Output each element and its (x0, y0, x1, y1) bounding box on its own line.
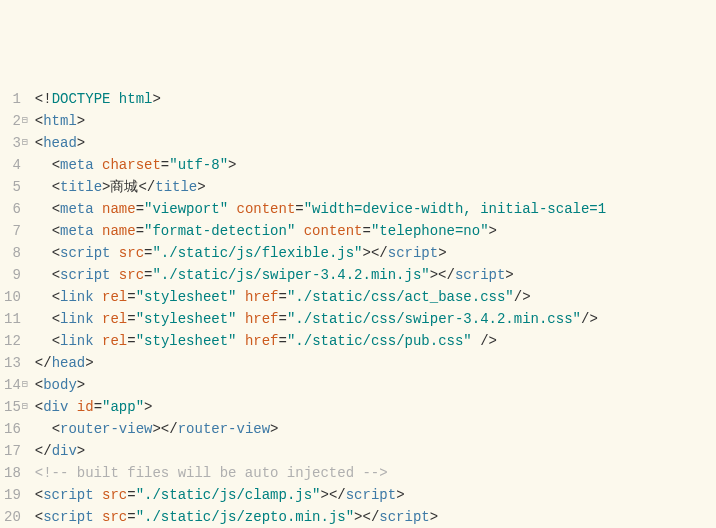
token: > (144, 399, 152, 415)
token (35, 311, 52, 327)
code-line[interactable]: <meta charset="utf-8"> (35, 154, 716, 176)
code-line[interactable]: <body> (35, 374, 716, 396)
code-line[interactable]: <meta name="format-detection" content="t… (35, 220, 716, 242)
code-line[interactable]: <html> (35, 110, 716, 132)
line-number: 6 (12, 198, 20, 220)
code-line[interactable]: <link rel="stylesheet" href="./static/cs… (35, 330, 716, 352)
fold-icon[interactable]: ⊟ (21, 374, 29, 396)
code-line[interactable]: <link rel="stylesheet" href="./static/cs… (35, 286, 716, 308)
token: > (197, 179, 205, 195)
code-line[interactable]: <script src="./static/js/flexible.js"></… (35, 242, 716, 264)
token: = (127, 509, 135, 525)
token: src (119, 245, 144, 261)
gutter-line[interactable]: 2⊟ (4, 110, 29, 132)
token: < (52, 179, 60, 195)
gutter-line[interactable]: 15⊟ (4, 396, 29, 418)
token: meta (60, 223, 102, 239)
code-line[interactable]: <div id="app"> (35, 396, 716, 418)
token: meta (60, 157, 102, 173)
gutter-line[interactable]: 12 (4, 330, 29, 352)
code-line[interactable]: <head> (35, 132, 716, 154)
token: router-view (178, 421, 270, 437)
token: body (43, 377, 77, 393)
line-number: 3 (12, 132, 20, 154)
gutter-line[interactable]: 16 (4, 418, 29, 440)
gutter[interactable]: 12⊟3⊟4567891011121314⊟15⊟161718192021222… (0, 88, 35, 528)
token (35, 201, 52, 217)
token: script (43, 487, 102, 503)
code-line[interactable]: <script src="./static/js/swiper-3.4.2.mi… (35, 264, 716, 286)
fold-icon[interactable]: ⊟ (21, 396, 29, 418)
gutter-line[interactable]: 4 (4, 154, 29, 176)
code-line[interactable]: <script src="./static/js/zepto.min.js"><… (35, 506, 716, 528)
token (237, 289, 245, 305)
token: "stylesheet" (136, 289, 237, 305)
gutter-line[interactable]: 10 (4, 286, 29, 308)
line-number: 12 (4, 330, 21, 352)
token: < (35, 509, 43, 525)
token: "width=device-width, initial-scale=1 (304, 201, 606, 217)
fold-icon[interactable]: ⊟ (21, 110, 29, 132)
token: div (52, 443, 77, 459)
token: = (136, 201, 144, 217)
token: ></ (430, 267, 455, 283)
gutter-line[interactable]: 14⊟ (4, 374, 29, 396)
gutter-line[interactable]: 18 (4, 462, 29, 484)
code-line[interactable]: <!-- built files will be auto injected -… (35, 462, 716, 484)
gutter-line[interactable]: 17 (4, 440, 29, 462)
code-editor[interactable]: 12⊟3⊟4567891011121314⊟15⊟161718192021222… (0, 88, 716, 528)
line-number: 4 (12, 154, 20, 176)
token: src (102, 487, 127, 503)
code-line[interactable]: </head> (35, 352, 716, 374)
gutter-line[interactable]: 1 (4, 88, 29, 110)
token (35, 421, 52, 437)
line-number: 11 (4, 308, 21, 330)
token: > (228, 157, 236, 173)
code-line[interactable]: <router-view></router-view> (35, 418, 716, 440)
token: "./static/js/clamp.js" (136, 487, 321, 503)
token: < (52, 201, 60, 217)
code-line[interactable]: <!DOCTYPE html> (35, 88, 716, 110)
code-line[interactable]: <meta name="viewport" content="width=dev… (35, 198, 716, 220)
token (35, 179, 52, 195)
code-area[interactable]: <!DOCTYPE html><html><head> <meta charse… (35, 88, 716, 528)
gutter-line[interactable]: 8 (4, 242, 29, 264)
gutter-line[interactable]: 7 (4, 220, 29, 242)
fold-icon[interactable]: ⊟ (21, 132, 29, 154)
gutter-line[interactable]: 20 (4, 506, 29, 528)
token: ></ (152, 421, 177, 437)
code-line[interactable]: <link rel="stylesheet" href="./static/cs… (35, 308, 716, 330)
token: = (295, 201, 303, 217)
gutter-line[interactable]: 6 (4, 198, 29, 220)
token: > (77, 443, 85, 459)
token: DOCTYPE html (52, 91, 153, 107)
token: name (102, 223, 136, 239)
token: rel (102, 289, 127, 305)
token: <! (35, 91, 52, 107)
gutter-line[interactable]: 11 (4, 308, 29, 330)
token: > (396, 487, 404, 503)
token: = (136, 223, 144, 239)
code-line[interactable]: <script src="./static/js/clamp.js"></scr… (35, 484, 716, 506)
token: name (102, 201, 136, 217)
token: ></ (321, 487, 346, 503)
code-line[interactable]: </div> (35, 440, 716, 462)
line-number: 15 (4, 396, 21, 418)
token: "viewport" (144, 201, 228, 217)
line-number: 20 (4, 506, 21, 528)
token: "./static/js/zepto.min.js" (136, 509, 354, 525)
gutter-line[interactable]: 13 (4, 352, 29, 374)
gutter-line[interactable]: 5 (4, 176, 29, 198)
gutter-line[interactable]: 9 (4, 264, 29, 286)
token: < (52, 333, 60, 349)
gutter-line[interactable]: 3⊟ (4, 132, 29, 154)
token: content (304, 223, 363, 239)
token: head (43, 135, 77, 151)
token: > (489, 223, 497, 239)
code-line[interactable]: <title>商城</title> (35, 176, 716, 198)
token: "telephone=no" (371, 223, 489, 239)
line-number: 14 (4, 374, 21, 396)
line-number: 17 (4, 440, 21, 462)
gutter-line[interactable]: 19 (4, 484, 29, 506)
token: ></ (363, 245, 388, 261)
